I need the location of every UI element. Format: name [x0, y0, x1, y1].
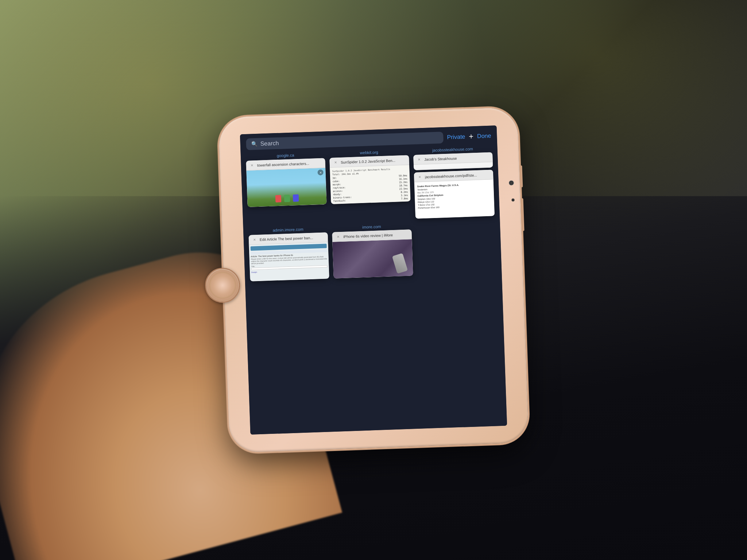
- tab-column-1: google.ca × towerfall ascension characte…: [244, 150, 330, 226]
- tab-grid-row1: google.ca × towerfall ascension characte…: [241, 144, 500, 226]
- tab-column-6-empty: [413, 219, 499, 277]
- tab5-close-button[interactable]: ×: [335, 234, 341, 240]
- tab5-url: imore.com: [362, 224, 381, 229]
- tab-column-2: webkit.org × SunSpider 1.0.2 JavaScript …: [327, 147, 413, 223]
- tab3-steak-preview: Snake River Farms Wagyu (St. U.S.A. Tend…: [414, 179, 495, 219]
- iphone-body: 🔍 Search Private + Done google.ca ×: [218, 107, 529, 453]
- tab5-title: iPhone 6s video review | iMore: [343, 232, 409, 238]
- tab-column-5: imore.com × iPhone 6s video review | iMo…: [330, 222, 415, 280]
- game-characters: [275, 194, 299, 202]
- tab3-card-pdf[interactable]: × jacobssteakhouse.com/pdf/ste... Snake …: [414, 170, 495, 219]
- tab1-url: google.ca: [277, 153, 294, 158]
- tab3-pdf-content: Snake River Farms Wagyu (St. U.S.A. Tend…: [414, 179, 495, 219]
- tab4-title: Edit Article The best power ban...: [260, 235, 325, 241]
- iphone-screen: 🔍 Search Private + Done google.ca ×: [240, 125, 507, 435]
- tab3-close-button[interactable]: ×: [416, 156, 422, 163]
- tab4-content: Article: The best power banks for iPhone…: [249, 242, 329, 281]
- home-button-ring: [209, 272, 236, 298]
- char-red: [275, 195, 281, 203]
- char-green: [284, 195, 290, 202]
- tab-column-4: admin.imore.com × Edit Article The best …: [246, 225, 332, 283]
- tab2-card[interactable]: × SunSpider 1.0.2 JavaScript Ben... SunS…: [330, 155, 411, 204]
- tab3-url: jacobssteakhouse.com: [432, 147, 473, 152]
- search-input-label: Search: [260, 140, 279, 147]
- iphone-device: 🔍 Search Private + Done google.ca ×: [218, 107, 529, 453]
- tab1-content-close[interactable]: ×: [318, 170, 324, 176]
- camera-dot: [509, 180, 514, 185]
- tab2-benchmark-preview: SunSpider 1.0.2 JavaScript Benchmark Res…: [330, 165, 411, 204]
- safari-tab-switcher: 🔍 Search Private + Done google.ca ×: [240, 125, 507, 435]
- tab-grid-row2: admin.imore.com × Edit Article The best …: [243, 217, 502, 284]
- tab-column-3: jacobssteakhouse.com × Jacob's Steakhous…: [411, 144, 497, 220]
- add-tab-button[interactable]: +: [469, 132, 474, 141]
- tab4-close-button[interactable]: ×: [252, 237, 258, 243]
- tab1-content: ×: [246, 168, 327, 207]
- tab4-card[interactable]: × Edit Article The best power ban... Art…: [248, 232, 329, 281]
- done-button[interactable]: Done: [477, 133, 491, 140]
- tab1-close-button[interactable]: ×: [249, 162, 255, 168]
- tab4-admin-preview: Article: The best power banks for iPhone…: [249, 242, 329, 281]
- tab5-video-preview: [333, 239, 413, 279]
- tab1-title: towerfall ascension characters...: [257, 161, 323, 167]
- tab4-url: admin.imore.com: [272, 227, 303, 233]
- tab2-close-button[interactable]: ×: [333, 159, 339, 166]
- char-blue: [293, 194, 299, 202]
- tab3-pdf-close-button[interactable]: ×: [417, 174, 423, 180]
- tab3-pdf-title: jacobssteakhouse.com/pdf/ste...: [425, 172, 491, 179]
- tab3-title: Jacob's Steakhouse: [424, 155, 490, 161]
- tab5-card[interactable]: × iPhone 6s video review | iMore: [332, 229, 413, 279]
- tab3-card-main[interactable]: × Jacob's Steakhouse: [413, 152, 493, 170]
- private-button[interactable]: Private: [447, 133, 465, 141]
- search-icon: 🔍: [251, 141, 258, 147]
- tab1-game-preview: ×: [246, 168, 327, 207]
- tab5-content: [333, 239, 413, 279]
- tab1-card[interactable]: × towerfall ascension characters... ×: [246, 158, 327, 207]
- tab2-content: SunSpider 1.0.2 JavaScript Benchmark Res…: [330, 165, 411, 204]
- tab2-title: SunSpider 1.0.2 JavaScript Ben...: [341, 158, 406, 164]
- tab2-url: webkit.org: [360, 150, 379, 155]
- flash-dot: [511, 198, 514, 201]
